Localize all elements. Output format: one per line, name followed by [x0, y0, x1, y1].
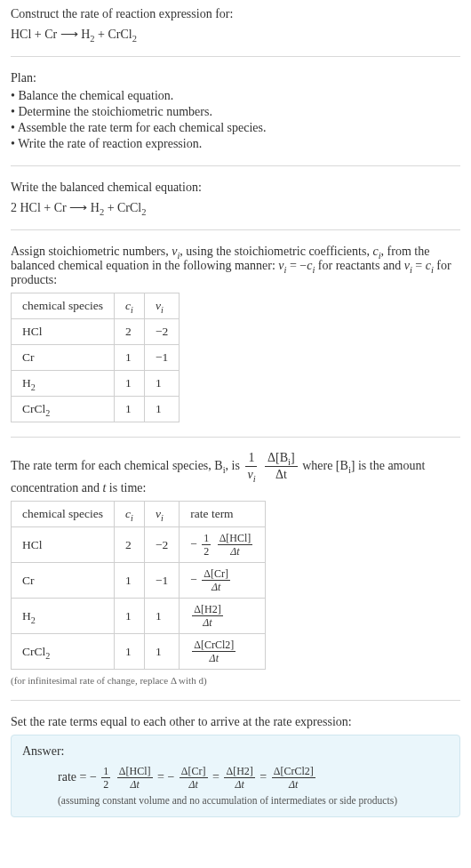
rate-intro-text: The rate term for each chemical species,…	[11, 452, 460, 495]
col-rate-term: rate term	[180, 502, 266, 527]
answer-label: Answer:	[22, 744, 449, 759]
plan-item: • Assemble the rate term for each chemic…	[11, 121, 460, 135]
plan-block: Plan: • Balance the chemical equation. •…	[11, 71, 460, 151]
balanced-equation: 2 HCl + Cr ⟶ H2 + CrCl2	[11, 200, 460, 215]
plan-item: • Write the rate of reaction expression.	[11, 137, 460, 151]
divider	[11, 700, 460, 701]
question-equation: HCl + Cr ⟶ H2 + CrCl2	[11, 27, 460, 42]
rate-table: chemical species ci νi rate term HCl 2 −…	[11, 501, 266, 670]
col-nui: νi	[144, 502, 179, 527]
col-species: chemical species	[12, 502, 115, 527]
table-row: Cr 1 −1 − Δ[Cr]Δt	[12, 563, 266, 599]
plan-label: Plan:	[11, 71, 460, 85]
frac-one-over-nu: 1 νi	[244, 452, 258, 481]
eq-h2: H2	[81, 28, 94, 41]
answer-expression: rate = − 12 Δ[HCl]Δt = − Δ[Cr]Δt = Δ[H2]…	[58, 766, 449, 790]
col-species: chemical species	[12, 293, 115, 319]
stoich-intro: Assign stoichiometric numbers, νi, using…	[11, 245, 460, 287]
eq-crcl2: CrCl2	[108, 28, 137, 41]
question-block: Construct the rate of reaction expressio…	[11, 7, 460, 42]
balanced-block: Write the balanced chemical equation: 2 …	[11, 181, 460, 215]
answer-block: Answer: rate = − 12 Δ[HCl]Δt = − Δ[Cr]Δt…	[11, 735, 460, 817]
col-nui: νi	[144, 293, 179, 319]
eq-left: HCl + Cr	[11, 28, 57, 41]
rate-footnote: (for infinitesimal rate of change, repla…	[11, 675, 460, 686]
question-prompt: Construct the rate of reaction expressio…	[11, 7, 460, 21]
table-row: H2 1 1 Δ[H2]Δt	[12, 599, 266, 634]
divider	[11, 165, 460, 166]
divider	[11, 437, 460, 438]
set-text: Set the rate terms equal to each other t…	[11, 715, 460, 729]
table-row: CrCl2 1 1 Δ[CrCl2]Δt	[12, 634, 266, 670]
table-header-row: chemical species ci νi rate term	[12, 502, 266, 527]
eq-plus: +	[95, 28, 108, 41]
eq-arrow: ⟶	[60, 28, 82, 41]
answer-note: (assuming constant volume and no accumul…	[58, 795, 449, 806]
balanced-intro: Write the balanced chemical equation:	[11, 181, 460, 195]
frac-delta-bi: Δ[Bi] Δt	[265, 452, 298, 481]
plan-item: • Determine the stoichiometric numbers.	[11, 105, 460, 119]
table-row: Cr 1 −1	[12, 345, 180, 371]
table-row: H2 1 1	[12, 371, 180, 397]
rate-intro-block: The rate term for each chemical species,…	[11, 452, 460, 686]
divider	[11, 56, 460, 57]
table-row: HCl 2 −2	[12, 319, 180, 345]
plan-item: • Balance the chemical equation.	[11, 89, 460, 103]
table-row: CrCl2 1 1	[12, 397, 180, 422]
table-row: HCl 2 −2 − 12 Δ[HCl]Δt	[12, 527, 266, 563]
divider	[11, 229, 460, 230]
col-ci: ci	[115, 293, 145, 319]
table-header-row: chemical species ci νi	[12, 293, 180, 319]
stoich-block: Assign stoichiometric numbers, νi, using…	[11, 245, 460, 422]
stoich-table: chemical species ci νi HCl 2 −2 Cr 1 −1 …	[11, 293, 180, 422]
col-ci: ci	[115, 502, 145, 527]
